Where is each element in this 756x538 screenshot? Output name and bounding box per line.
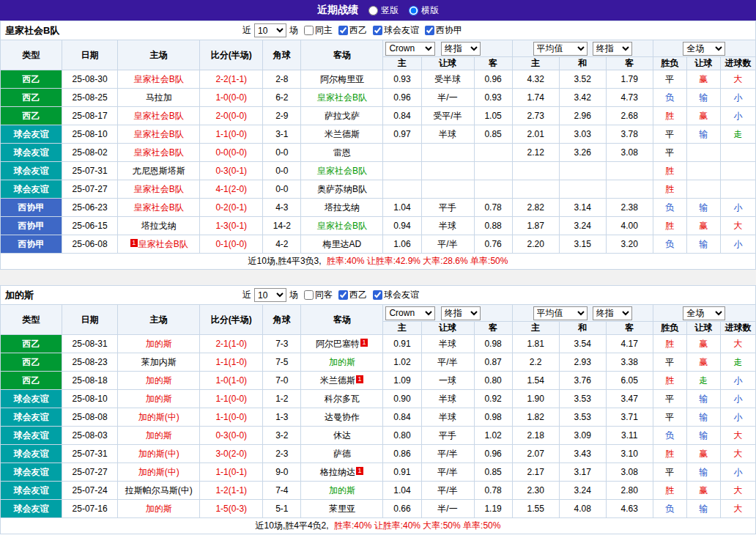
- match-score[interactable]: 0-3(0-0): [200, 427, 263, 445]
- match-score[interactable]: 4-1(2-0): [200, 180, 263, 199]
- team-name[interactable]: 休达: [333, 430, 351, 441]
- league-checkbox[interactable]: [338, 26, 348, 35]
- match-score[interactable]: 1-0(1-0): [200, 372, 263, 390]
- team-name[interactable]: 阿尔梅里亚: [320, 74, 364, 84]
- team-name[interactable]: 米兰德斯: [320, 375, 355, 386]
- final-index-select[interactable]: 终指: [441, 42, 481, 56]
- full-match-select[interactable]: 全场: [683, 42, 725, 56]
- match-score[interactable]: 2-2(1-1): [200, 70, 263, 89]
- match-score[interactable]: 2-0(0-0): [200, 107, 263, 125]
- team-name[interactable]: 皇家社会B队: [134, 147, 184, 158]
- league-checkbox[interactable]: [373, 26, 382, 35]
- match-score[interactable]: 2-1(1-0): [200, 335, 263, 353]
- team-name[interactable]: 莱加内斯: [141, 357, 177, 367]
- match-score[interactable]: 1-1(0-0): [200, 125, 263, 144]
- team-name[interactable]: 萨拉戈萨: [325, 111, 360, 121]
- same-venue-filter[interactable]: 同主: [304, 24, 333, 37]
- near-label: 近: [242, 24, 251, 37]
- team-name[interactable]: 皇家社会B队: [317, 221, 367, 231]
- match-score[interactable]: 1-1(0-0): [200, 390, 263, 408]
- team-name[interactable]: 加的斯(中): [138, 449, 179, 459]
- average-select[interactable]: 平均值: [533, 42, 588, 56]
- col-type: 类型: [1, 40, 62, 70]
- home-team-cell: 皇家社会B队: [118, 107, 200, 125]
- league-filter-friendly[interactable]: 球会友谊: [373, 289, 419, 301]
- same-venue-filter[interactable]: 同客: [304, 289, 333, 301]
- bookmaker-select[interactable]: Crown: [385, 306, 435, 320]
- team-name[interactable]: 奥萨苏纳B队: [317, 184, 367, 194]
- team-name[interactable]: 皇家社会B队: [317, 92, 367, 103]
- match-score[interactable]: 1-5(0-3): [200, 500, 263, 518]
- full-match-select[interactable]: 全场: [683, 306, 725, 320]
- team-name[interactable]: 加的斯(中): [138, 467, 179, 477]
- outcome: 赢: [686, 353, 720, 372]
- league-checkbox[interactable]: [338, 290, 348, 300]
- team-name[interactable]: 加的斯: [146, 394, 172, 404]
- team-name[interactable]: 加的斯: [146, 504, 172, 514]
- bookmaker-select[interactable]: Crown: [385, 42, 435, 56]
- team-name[interactable]: 塔拉戈纳: [325, 202, 360, 213]
- team-name[interactable]: 皇家社会B队: [134, 74, 184, 84]
- match-score[interactable]: 1-0(0-0): [200, 89, 263, 107]
- layout-option-horizontal[interactable]: 横版: [409, 4, 439, 17]
- match-score[interactable]: 0-2(0-1): [200, 199, 263, 217]
- summary-row: 近10场,胜4平3负3, 胜率:40% 让胜率:42.9% 大率:28.6% 单…: [1, 254, 756, 270]
- league-filter-friendly[interactable]: 球会友谊: [373, 24, 419, 37]
- team-name[interactable]: 科尔多瓦: [325, 394, 360, 404]
- final-index-select-2[interactable]: 终指: [593, 306, 632, 320]
- league-filter-xiyi[interactable]: 西乙: [338, 24, 367, 37]
- match-score[interactable]: 0-0(0-0): [200, 144, 263, 162]
- team-name[interactable]: 皇家社会B队: [134, 202, 184, 213]
- same-venue-checkbox[interactable]: [304, 290, 314, 300]
- team-name[interactable]: 皇家社会B队: [317, 166, 367, 176]
- team-name[interactable]: 加的斯: [329, 485, 355, 495]
- team-name[interactable]: 梅里达AD: [323, 239, 362, 249]
- team-name[interactable]: 皇家社会B队: [138, 239, 188, 249]
- league-checkbox[interactable]: [425, 26, 434, 35]
- match-score[interactable]: 0-3(0-1): [200, 162, 263, 180]
- team-name[interactable]: 米兰德斯: [325, 129, 360, 139]
- team-name[interactable]: 加的斯: [329, 357, 355, 367]
- crown-odds: 0.91: [383, 463, 421, 482]
- vertical-radio[interactable]: [368, 6, 378, 15]
- same-venue-checkbox[interactable]: [304, 26, 314, 35]
- team-name[interactable]: 加的斯: [146, 430, 172, 441]
- team-name[interactable]: 皇家社会B队: [134, 111, 184, 121]
- team-name[interactable]: 马拉加: [146, 92, 172, 103]
- team-name[interactable]: 格拉纳达: [320, 467, 355, 477]
- team-name[interactable]: 莱里亚: [329, 504, 355, 514]
- final-index-select[interactable]: 终指: [441, 306, 481, 320]
- games-count-select[interactable]: 10: [254, 288, 286, 302]
- subcol-goals-result: 进球数: [720, 57, 755, 70]
- match-score[interactable]: 3-0(2-0): [200, 445, 263, 463]
- avg-odds: 1.74: [512, 89, 559, 107]
- league-checkbox[interactable]: [373, 290, 382, 300]
- team-name[interactable]: 雷恩: [333, 147, 351, 158]
- final-index-select-2[interactable]: 终指: [593, 42, 632, 56]
- match-score[interactable]: 1-1(0-1): [200, 463, 263, 482]
- match-score[interactable]: 1-3(0-1): [200, 217, 263, 235]
- team-name[interactable]: 塔拉戈纳: [141, 221, 177, 231]
- layout-option-vertical[interactable]: 竖版: [368, 4, 399, 17]
- team-name[interactable]: 拉斯帕尔马斯(中): [125, 485, 193, 495]
- team-name[interactable]: 皇家社会B队: [134, 129, 184, 139]
- team-name[interactable]: 萨德: [333, 449, 351, 459]
- league-filter-xixiejia[interactable]: 西协甲: [425, 24, 462, 37]
- average-select[interactable]: 平均值: [533, 306, 588, 320]
- match-score[interactable]: 0-1(0-0): [200, 235, 263, 254]
- match-score[interactable]: 1-1(0-0): [200, 408, 263, 427]
- league-filter-xiyi[interactable]: 西乙: [338, 289, 367, 301]
- corners: 7-4: [263, 482, 301, 500]
- games-label: 场: [289, 289, 298, 301]
- team-name[interactable]: 达曼协作: [325, 412, 360, 422]
- team-name[interactable]: 阿尔巴塞特: [316, 339, 360, 349]
- match-score[interactable]: 1-1(1-0): [200, 353, 263, 372]
- horizontal-radio[interactable]: [409, 6, 418, 15]
- team-name[interactable]: 加的斯: [146, 339, 172, 349]
- team-name[interactable]: 加的斯(中): [138, 412, 179, 422]
- games-count-select[interactable]: 10: [254, 23, 286, 37]
- match-score[interactable]: 1-2(1-1): [200, 482, 263, 500]
- team-name[interactable]: 加的斯: [146, 375, 172, 386]
- team-name[interactable]: 皇家社会B队: [134, 184, 184, 194]
- team-name[interactable]: 尤尼恩斯塔斯: [133, 166, 185, 176]
